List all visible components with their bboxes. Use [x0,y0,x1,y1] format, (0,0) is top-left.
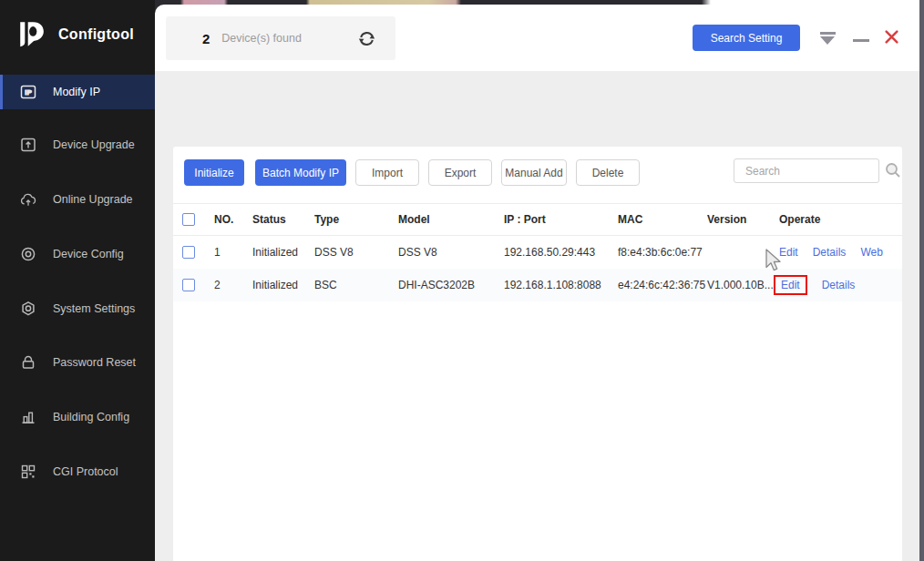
export-button[interactable]: Export [428,159,492,186]
sidebar-item-modify-ip[interactable]: IP Modify IP [0,75,155,109]
edit-link[interactable]: Edit [779,246,798,259]
table-row: 1 Initialized DSS V8 DSS V8 192.168.50.2… [173,236,902,269]
column-header-mac: MAC [618,213,707,226]
sidebar-item-password-reset[interactable]: Password Reset [0,345,155,380]
app-logo: Configtool [0,0,155,69]
close-icon [884,29,899,45]
import-button[interactable]: Import [355,159,419,186]
cell-type: DSS V8 [314,246,398,259]
search-box [734,158,879,183]
sidebar-item-cgi-protocol[interactable]: CGI Protocol [0,454,155,489]
cell-version: V1.000.10B... [707,279,779,291]
cell-model: DHI-ASC3202B [398,279,504,291]
modify-ip-icon: IP [20,84,36,100]
column-header-operate: Operate [779,213,902,226]
batch-modify-ip-button[interactable]: Batch Modify IP [255,159,346,186]
device-table-card: Initialize Batch Modify IP Import Export… [173,147,902,561]
building-config-icon [20,409,36,425]
delete-button[interactable]: Delete [576,159,640,186]
search-icon [884,161,902,179]
desktop-background-edge [919,0,924,561]
cell-status: Initialized [252,246,314,259]
cell-mac: f8:e4:3b:6c:0e:77 [618,246,707,259]
column-header-version: Version [707,213,779,226]
app-title: Configtool [58,26,134,43]
cell-status: Initialized [252,279,314,291]
row-checkbox[interactable] [182,246,195,259]
sidebar-item-label: CGI Protocol [53,465,118,478]
edit-highlight-box: Edit [774,275,807,295]
sidebar-item-device-config[interactable]: Device Config [0,237,155,271]
row-checkbox[interactable] [182,279,195,291]
details-link[interactable]: Details [822,279,856,291]
cell-ip-port: 192.168.1.108:8088 [504,279,618,291]
dahua-logo-icon [16,19,49,50]
manual-add-button[interactable]: Manual Add [501,159,567,186]
sidebar-item-label: Online Upgrade [53,193,133,206]
column-header-status: Status [252,213,314,226]
sidebar-item-label: Device Config [53,248,124,260]
refresh-icon [356,28,377,49]
system-settings-icon [20,301,36,317]
refresh-button[interactable] [355,27,377,49]
column-header-no: NO. [213,213,252,226]
column-header-model: Model [398,213,504,226]
web-link[interactable]: Web [860,246,882,259]
sidebar-item-label: Building Config [53,411,129,423]
column-header-ip-port: IP : Port [504,213,618,226]
select-all-checkbox[interactable] [182,213,195,226]
cell-mac: e4:24:6c:42:36:75 [618,279,707,291]
close-button[interactable] [884,29,900,46]
device-upgrade-icon [20,137,36,153]
cgi-protocol-icon [20,464,36,480]
sidebar-item-label: System Settings [53,302,135,315]
cell-no: 1 [213,246,252,259]
device-count: 2 [202,31,210,46]
sidebar: Configtool IP Modify IP Device Upgrade O… [0,0,155,561]
search-input[interactable] [734,159,878,182]
sidebar-item-label: Password Reset [53,356,136,369]
cell-no: 2 [213,279,252,291]
device-config-icon [20,246,36,262]
sidebar-item-online-upgrade[interactable]: Online Upgrade [0,182,155,217]
main-window: 2 Device(s) found Search Setting Initi [155,5,919,561]
search-submit-button[interactable] [884,161,902,179]
toolbar: Initialize Batch Modify IP Import Export… [184,159,640,186]
table-header-row: NO. Status Type Model IP : Port MAC Vers… [173,203,902,236]
minimize-button[interactable] [853,36,869,45]
online-upgrade-icon [20,191,36,208]
cell-type: BSC [314,279,398,291]
sidebar-item-label: Modify IP [53,86,100,98]
cell-ip-port: 192.168.50.29:443 [504,246,618,259]
password-reset-icon [20,354,36,371]
search-setting-button[interactable]: Search Setting [693,25,800,51]
device-found-bar: 2 Device(s) found [166,16,395,60]
dropdown-triangle-icon[interactable] [820,32,837,46]
cell-model: DSS V8 [398,246,504,259]
edit-link[interactable]: Edit [781,279,800,291]
column-header-type: Type [314,213,398,226]
details-link[interactable]: Details [813,246,847,259]
table-row: 2 Initialized BSC DHI-ASC3202B 192.168.1… [173,269,902,301]
content-background: Initialize Batch Modify IP Import Export… [155,71,919,561]
sidebar-item-building-config[interactable]: Building Config [0,400,155,434]
svg-text:IP: IP [25,88,32,97]
sidebar-item-label: Device Upgrade [53,138,135,151]
device-found-label: Device(s) found [221,32,302,45]
sidebar-item-system-settings[interactable]: System Settings [0,291,155,326]
sidebar-item-device-upgrade[interactable]: Device Upgrade [0,128,155,162]
initialize-button[interactable]: Initialize [184,159,244,186]
